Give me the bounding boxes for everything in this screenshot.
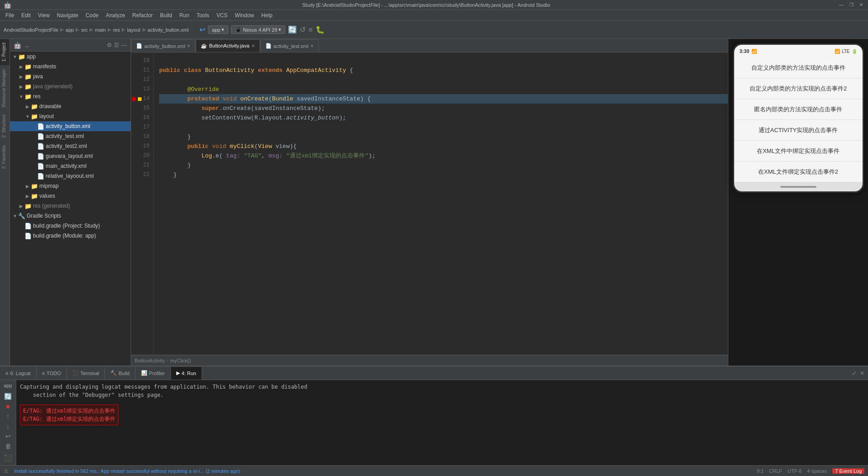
menu-help[interactable]: Help	[258, 11, 276, 19]
structure-tab[interactable]: 2: Structure	[0, 111, 9, 142]
debug-icon[interactable]: 🐛	[316, 25, 325, 34]
tree-item-activity-button-xml[interactable]: 📄 activity_button.xml	[10, 121, 131, 131]
phone-btn-3[interactable]: 匿名内部类的方法实现的点击事件	[734, 99, 863, 120]
tree-item-main-activity-xml[interactable]: 📄 main_activity.xml	[10, 161, 131, 171]
tree-item-activity-test-xml[interactable]: 📄 activity_test.xml	[10, 131, 131, 141]
run-stop-button[interactable]: ■	[3, 403, 14, 410]
logcat-icon: ≡	[5, 371, 8, 376]
tree-item-build-gradle-module[interactable]: 📄 build.gradle (Module: app)	[10, 231, 131, 241]
editor-breadcrumb: ButtonActivity › myClick()	[131, 355, 728, 366]
tree-item-res-generated[interactable]: ▶ 📁 res (generated)	[10, 201, 131, 211]
menu-analyze[interactable]: Analyze	[102, 11, 129, 19]
resource-manager-tab[interactable]: Resource Manager	[0, 65, 9, 111]
run-config-selector[interactable]: app ▾	[208, 25, 228, 34]
maximize-panel-icon[interactable]: ⤢	[852, 370, 856, 376]
status-position[interactable]: 9:1	[757, 468, 764, 474]
line-num-21: 21	[131, 161, 150, 170]
run-soft-wrap-button[interactable]: ↩	[3, 433, 14, 440]
tab-button-activity-java[interactable]: ☕ ButtonActivity.java ✕	[196, 39, 259, 52]
status-encoding[interactable]: UTF-8	[788, 468, 802, 474]
tab-close-activity-button[interactable]: ✕	[187, 43, 190, 48]
menu-refactor[interactable]: Refactor	[129, 11, 156, 19]
tree-item-values[interactable]: ▶ 📁 values	[10, 191, 131, 201]
menu-navigate[interactable]: Navigate	[53, 11, 82, 19]
menu-code[interactable]: Code	[82, 11, 102, 19]
breadcrumb-file[interactable]: activity_button.xml	[148, 27, 189, 33]
close-button[interactable]: ✕	[858, 2, 864, 8]
phone-btn-6[interactable]: 在XML文件绑定实现点击事件2	[734, 162, 863, 182]
tree-item-java[interactable]: ▶ 📁 java	[10, 71, 131, 81]
phone-btn-2[interactable]: 自定义内部类的方法实现的点击事件2	[734, 78, 863, 99]
refresh-icon[interactable]: ↺	[300, 25, 306, 34]
status-indent[interactable]: 4 spaces	[807, 468, 827, 474]
phone-btn-1[interactable]: 自定义内部类的方法实现的点击事件	[734, 57, 863, 78]
menu-edit[interactable]: Edit	[18, 11, 34, 19]
bottom-tab-run[interactable]: ▶ 4: Run	[171, 367, 202, 380]
minimize-button[interactable]: —	[838, 2, 844, 8]
tree-item-gradle-scripts[interactable]: ▼ 🔧 Gradle Scripts	[10, 211, 131, 221]
status-warnings-icon[interactable]: ⚠	[4, 468, 9, 474]
run-clear-button[interactable]: 🗑	[3, 443, 14, 450]
close-panel-icon[interactable]: ✕	[860, 370, 864, 376]
menu-build[interactable]: Build	[156, 11, 176, 19]
panel-gear-icon[interactable]: ⚙	[107, 42, 112, 48]
tree-item-res[interactable]: ▼ 📁 res	[10, 91, 131, 101]
tab-activity-button-xml[interactable]: 📄 activity_button.xml ✕	[131, 39, 195, 52]
expand-icon[interactable]: ⬛	[3, 452, 14, 463]
breadcrumb-layout[interactable]: layout	[127, 27, 140, 33]
device-icon: 📱	[235, 27, 241, 33]
menu-tools[interactable]: Tools	[193, 11, 213, 19]
phone-btn-4[interactable]: 通过ACTIVITY实现的点击事件	[734, 120, 863, 141]
menu-vcs[interactable]: VCS	[213, 11, 231, 19]
tree-item-java-generated[interactable]: ▶ 📁 java (generated)	[10, 81, 131, 91]
breadcrumb-class[interactable]: ButtonActivity	[135, 358, 165, 363]
phone-content: 自定义内部类的方法实现的点击事件 自定义内部类的方法实现的点击事件2 匿名内部类…	[734, 57, 863, 182]
panel-settings-icon[interactable]: ☰	[114, 42, 119, 48]
tab-activity-test-xml[interactable]: 📄 activity_test.xml ✕	[260, 39, 319, 52]
tab-close-activity-test[interactable]: ✕	[310, 43, 314, 48]
breadcrumb-main[interactable]: main	[95, 27, 106, 33]
navigate-back-icon[interactable]: ↩	[199, 25, 205, 34]
tree-item-manifests[interactable]: ▶ 📁 manifests	[10, 62, 131, 71]
sync-icon[interactable]: 🔄	[288, 25, 297, 34]
event-log-badge[interactable]: 7 Event Log	[832, 468, 864, 474]
phone-btn-5[interactable]: 在XML文件中绑定实现点击事件	[734, 141, 863, 162]
breadcrumb-src[interactable]: src	[81, 27, 88, 33]
run-restart-button[interactable]: 🔄	[3, 393, 14, 400]
bottom-tab-todo[interactable]: ≡ TODO	[37, 367, 67, 380]
bottom-tab-profiler[interactable]: 📊 Profiler	[136, 367, 171, 380]
project-tab[interactable]: 1: Project	[0, 39, 9, 65]
menu-run[interactable]: Run	[176, 11, 193, 19]
breadcrumb-method[interactable]: myClick()	[170, 358, 191, 363]
tab-close-button-activity[interactable]: ✕	[251, 43, 255, 48]
run-tab-label: 4: Run	[182, 371, 196, 376]
code-content[interactable]: public class ButtonActivity extends AppC…	[154, 52, 728, 355]
breadcrumb-res[interactable]: res	[113, 27, 120, 33]
favorites-tab[interactable]: 2: Favorites	[0, 142, 9, 172]
breadcrumb-app[interactable]: app	[66, 27, 74, 33]
breakpoint-marker[interactable]	[132, 97, 136, 101]
device-selector[interactable]: 📱 Nexus 4 API 29 ▾	[231, 25, 285, 34]
tree-item-layout[interactable]: ▼ 📁 layout	[10, 111, 131, 121]
line-num-14: 14	[131, 94, 150, 104]
bottom-tab-terminal[interactable]: ⬛ Terminal	[67, 367, 105, 380]
menu-window[interactable]: Window	[231, 11, 258, 19]
tree-item-activity-test2-xml[interactable]: 📄 activity_test2.xml	[10, 141, 131, 151]
breadcrumb-project[interactable]: AndroidStudioProjectFile	[4, 27, 58, 33]
menu-file[interactable]: File	[2, 11, 18, 19]
run-scroll-down-button[interactable]: ↓	[3, 423, 14, 430]
tree-item-guevara-layout-xml[interactable]: 📄 guevara_layout.xml	[10, 151, 131, 161]
bottom-tab-build[interactable]: 🔨 Build	[105, 367, 135, 380]
menu-view[interactable]: View	[34, 11, 53, 19]
list-icon[interactable]: ≡	[308, 26, 312, 34]
tree-item-build-gradle-project[interactable]: 📄 build.gradle (Project: Study)	[10, 221, 131, 231]
tree-item-mipmap[interactable]: ▶ 📁 mipmap	[10, 181, 131, 191]
bottom-tab-logcat[interactable]: ≡ 6: Logcat	[0, 367, 37, 380]
status-line-sep[interactable]: CRLF	[769, 468, 782, 474]
run-scroll-up-button[interactable]: ↑	[3, 413, 14, 420]
maximize-button[interactable]: ❐	[848, 2, 854, 8]
tree-item-app[interactable]: ▼ 📁 app	[10, 52, 131, 62]
panel-collapse-icon[interactable]: —	[121, 42, 127, 48]
tree-item-relative-layout-xml[interactable]: 📄 relative_layoout.xml	[10, 171, 131, 181]
tree-item-drawable[interactable]: ▶ 📁 drawable	[10, 101, 131, 111]
